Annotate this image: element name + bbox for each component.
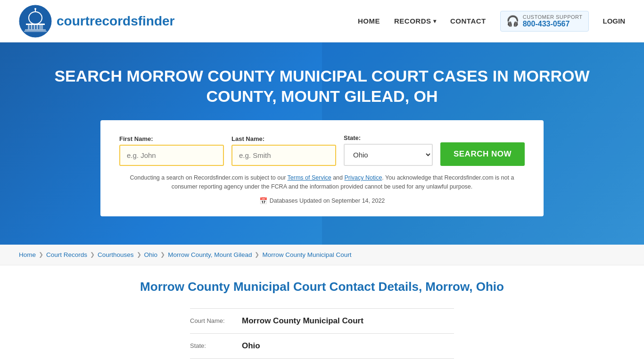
breadcrumb-morrow-county[interactable]: Morrow County, Mount Gilead: [168, 251, 252, 258]
search-button[interactable]: SEARCH NOW: [440, 142, 525, 166]
support-box: 🎧 CUSTOMER SUPPORT 800-433-0567: [500, 11, 589, 32]
svg-point-3: [34, 8, 36, 10]
hero-section: SEARCH MORROW COUNTY MUNICIPAL COURT CAS…: [0, 42, 644, 245]
nav-contact[interactable]: CONTACT: [450, 17, 486, 25]
bc-sep-4: ❯: [160, 251, 165, 258]
first-name-input[interactable]: [119, 145, 224, 166]
privacy-link[interactable]: Privacy Notice: [344, 174, 382, 181]
state-group: State: AlabamaAlaskaArizonaArkansasCalif…: [344, 134, 433, 166]
nav-home[interactable]: HOME: [358, 17, 380, 25]
breadcrumb-municipal-court[interactable]: Morrow County Municipal Court: [262, 251, 351, 258]
hero-title: SEARCH MORROW COUNTY MUNICIPAL COURT CAS…: [9, 66, 635, 106]
svg-rect-8: [34, 24, 35, 29]
breadcrumb: Home ❯ Court Records ❯ Courthouses ❯ Ohi…: [0, 245, 644, 265]
tos-link[interactable]: Terms of Service: [288, 174, 331, 181]
header: courtrecordsfinder HOME RECORDS ▾ CONTAC…: [0, 0, 644, 42]
main-content: Morrow County Municipal Court Contact De…: [0, 265, 644, 362]
bc-sep-5: ❯: [255, 251, 259, 258]
disclaimer-text: Conducting a search on Recordsfinder.com…: [119, 173, 525, 191]
nav-records[interactable]: RECORDS ▾: [394, 17, 436, 25]
first-name-group: First Name:: [119, 135, 224, 166]
svg-rect-6: [28, 24, 29, 29]
svg-rect-7: [31, 24, 32, 29]
support-label: CUSTOMER SUPPORT: [523, 14, 583, 20]
bc-sep-3: ❯: [137, 251, 141, 258]
svg-rect-13: [24, 31, 47, 32]
breadcrumb-courthouses[interactable]: Courthouses: [98, 251, 134, 258]
svg-rect-9: [37, 24, 38, 29]
state-select[interactable]: AlabamaAlaskaArizonaArkansasCaliforniaCo…: [344, 144, 433, 166]
state-row-value: Ohio: [242, 341, 260, 351]
svg-rect-12: [25, 29, 46, 31]
section-title: Morrow County Municipal Court Contact De…: [38, 280, 606, 294]
court-name-label: Court Name:: [190, 317, 237, 324]
breadcrumb-home[interactable]: Home: [19, 251, 36, 258]
support-phone: 800-433-0567: [523, 20, 583, 28]
bc-sep-1: ❯: [39, 251, 43, 258]
logo-icon: [19, 5, 52, 38]
breadcrumb-court-records[interactable]: Court Records: [46, 251, 87, 258]
state-row-label: State:: [190, 342, 237, 349]
search-box: First Name: Last Name: State: AlabamaAla…: [100, 120, 544, 216]
first-name-label: First Name:: [119, 135, 224, 142]
last-name-label: Last Name:: [231, 135, 336, 142]
breadcrumb-ohio[interactable]: Ohio: [144, 251, 158, 258]
last-name-group: Last Name:: [231, 135, 336, 166]
logo-area: courtrecordsfinder: [19, 5, 175, 38]
logo-text: courtrecordsfinder: [57, 14, 175, 29]
search-fields: First Name: Last Name: State: AlabamaAla…: [119, 134, 525, 166]
state-row: State: Ohio: [190, 333, 454, 359]
db-updated: 📅 Databases Updated on September 14, 202…: [119, 197, 525, 205]
login-button[interactable]: LOGIN: [603, 17, 626, 25]
state-label: State:: [344, 134, 433, 141]
info-table: Court Name: Morrow County Municipal Cour…: [190, 308, 454, 359]
calendar-icon: 📅: [259, 197, 267, 205]
main-nav: HOME RECORDS ▾ CONTACT 🎧 CUSTOMER SUPPOR…: [358, 11, 625, 32]
last-name-input[interactable]: [231, 145, 336, 166]
bc-sep-2: ❯: [90, 251, 95, 258]
headphone-icon: 🎧: [506, 15, 519, 27]
court-name-row: Court Name: Morrow County Municipal Cour…: [190, 308, 454, 333]
court-name-value: Morrow County Municipal Court: [242, 316, 363, 326]
svg-rect-10: [40, 24, 41, 29]
svg-rect-11: [41, 24, 42, 29]
chevron-down-icon: ▾: [433, 18, 437, 25]
